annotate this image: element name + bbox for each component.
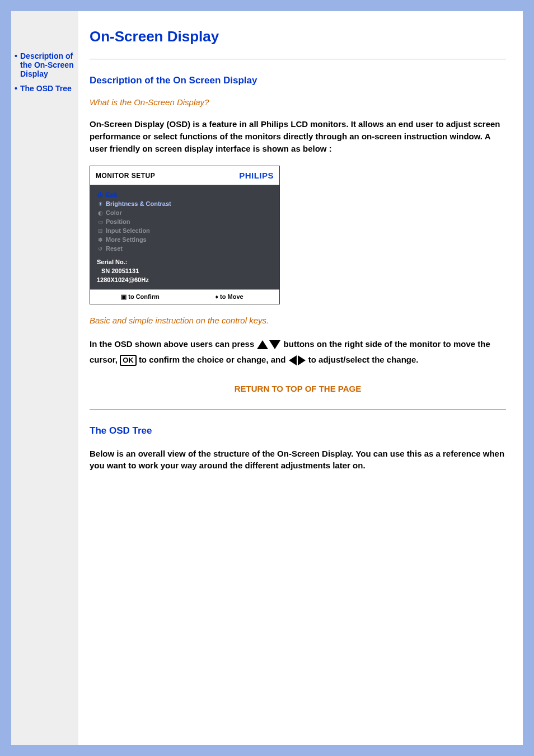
section-heading-description: Description of the On Screen Display [90, 75, 506, 86]
down-arrow-icon [269, 340, 280, 349]
osd-body: ⏻Exit ☀Brightness & Contrast ◐Color ▭Pos… [90, 185, 279, 289]
osd-caption: Basic and simple instruction on the cont… [90, 316, 506, 325]
divider [90, 409, 506, 410]
control-instructions: In the OSD shown above users can press b… [90, 336, 506, 368]
osd-footer-confirm: ▣ to Confirm [96, 293, 185, 300]
more-icon: ✽ [97, 236, 104, 245]
sidebar-item-osd-tree[interactable]: The OSD Tree [15, 84, 76, 93]
osd-header: MONITOR SETUP PHILIPS [90, 166, 279, 185]
sidebar-link-description[interactable]: Description of the On-Screen Display [20, 51, 74, 78]
osd-footer-move-text: to Move [220, 293, 243, 300]
right-arrow-icon [298, 355, 306, 365]
osd-resolution: 1280X1024@60Hz [97, 276, 273, 285]
divider [90, 59, 506, 59]
osd-serial-label: Serial No.: [97, 258, 273, 267]
page-title: On-Screen Display [90, 28, 506, 45]
intro-paragraph: On-Screen Display (OSD) is a feature in … [90, 118, 506, 154]
sidebar-item-description[interactable]: Description of the On-Screen Display [15, 51, 76, 78]
osd-menu-position: Position [106, 218, 130, 227]
osd-menu-more: More Settings [106, 236, 147, 245]
osd-menu-reset: Reset [106, 245, 123, 253]
ok-button-icon: OK [120, 355, 137, 366]
return-to-top-link[interactable]: RETURN TO TOP OF THE PAGE [90, 384, 506, 393]
up-arrow-icon [257, 340, 268, 349]
color-icon: ◐ [97, 209, 104, 218]
osd-tree-paragraph: Below is an overall view of the structur… [90, 448, 506, 472]
brand-logo: PHILIPS [239, 171, 274, 180]
osd-serial-value: SN 20051131 [97, 267, 273, 276]
osd-header-title: MONITOR SETUP [96, 172, 155, 180]
confirm-icon: ▣ [121, 293, 127, 300]
osd-footer-confirm-text: to Confirm [128, 293, 160, 300]
osd-menu-color: Color [106, 209, 122, 218]
input-icon: ⊟ [97, 227, 104, 236]
left-arrow-icon [289, 355, 297, 365]
main-content: On-Screen Display Description of the On … [78, 11, 523, 745]
sidebar-link-osd-tree[interactable]: The OSD Tree [20, 84, 72, 93]
brightness-icon: ☀ [97, 200, 104, 209]
osd-menu-input: Input Selection [106, 227, 150, 236]
osd-menu-exit: Exit [106, 191, 117, 200]
move-icon: ♦ [215, 293, 218, 300]
instr-post: to adjust/select the change. [308, 355, 419, 364]
section-heading-osd-tree: The OSD Tree [90, 425, 506, 436]
question-subhead: What is the On-Screen Display? [90, 97, 506, 107]
osd-menu-brightness: Brightness & Contrast [106, 200, 171, 209]
osd-footer-move: ♦ to Move [185, 293, 274, 300]
osd-screenshot: MONITOR SETUP PHILIPS ⏻Exit ☀Brightness … [90, 166, 280, 304]
osd-footer: ▣ to Confirm ♦ to Move [90, 289, 279, 304]
instr-mid2: to confirm the choice or change, and [139, 355, 288, 364]
page-wrap: Description of the On-Screen Display The… [11, 11, 523, 745]
sidebar: Description of the On-Screen Display The… [11, 11, 78, 745]
position-icon: ▭ [97, 218, 104, 227]
exit-icon: ⏻ [97, 191, 104, 200]
page-outer: Description of the On-Screen Display The… [0, 0, 534, 745]
instr-pre: In the OSD shown above users can press [90, 339, 256, 349]
reset-icon: ↺ [97, 245, 104, 253]
